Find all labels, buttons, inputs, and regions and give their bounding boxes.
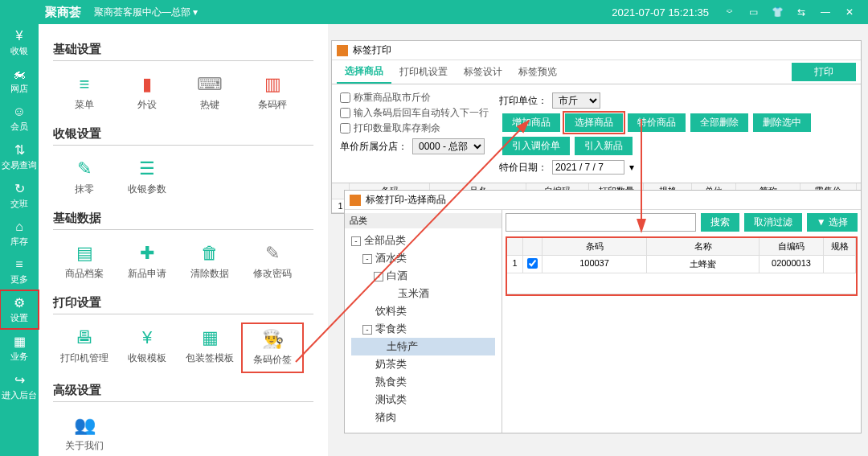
- select-product-window: 标签打印-选择商品 品类 -全部品类-酒水类-白酒玉米酒饮料类-零食类土特产奶茶…: [344, 190, 862, 433]
- sidebar-item-收银[interactable]: ¥收银: [0, 24, 39, 62]
- settings-item-抹零[interactable]: ✎抹零: [53, 154, 116, 201]
- tree-node-白酒[interactable]: -白酒: [351, 267, 495, 285]
- settings-item-热键[interactable]: ⌨热键: [178, 69, 241, 117]
- date-label: 特价日期：: [499, 161, 547, 175]
- tree-toggle-icon[interactable]: -: [362, 325, 372, 335]
- tree-node-酒水类[interactable]: -酒水类: [351, 249, 495, 267]
- settings-item-打印机管理[interactable]: 🖶打印机管理: [53, 322, 116, 373]
- cancel-filter-button[interactable]: 取消过滤: [744, 213, 802, 232]
- btn-增加商品[interactable]: 增加商品: [502, 113, 560, 132]
- search-input[interactable]: [506, 213, 696, 232]
- sidebar-icon: 🏍: [0, 67, 39, 81]
- sync-icon[interactable]: ⇆: [792, 6, 810, 18]
- close-icon[interactable]: ✕: [841, 6, 858, 18]
- tree-header: 品类: [345, 213, 502, 228]
- col-name: 名称: [647, 238, 760, 256]
- tab-打印机设置[interactable]: 打印机设置: [391, 61, 456, 83]
- settings-item-修改密码[interactable]: ✎修改密码: [241, 238, 304, 286]
- select-button[interactable]: ▼ 选择: [807, 213, 858, 232]
- center-selector[interactable]: 聚商荟客服中心—总部 ▾: [94, 6, 198, 19]
- tree-node-全部品类[interactable]: -全部品类: [351, 232, 495, 249]
- settings-item-菜单[interactable]: ≡菜单: [53, 69, 116, 117]
- tree-toggle-icon[interactable]: -: [362, 254, 372, 264]
- section-title: 打印设置: [53, 295, 313, 310]
- sidebar-icon: ≡: [0, 257, 39, 272]
- tree-node-零食类[interactable]: -零食类: [351, 320, 495, 338]
- window-icon: [337, 45, 348, 56]
- label-print-window: 标签打印 选择商品打印机设置标签设计标签预览打印 称重商品取市斤价 输入条码后回…: [331, 40, 862, 214]
- sidebar-item-会员[interactable]: ☺会员: [0, 100, 39, 138]
- sidebar-label: 交班: [10, 199, 28, 208]
- tree-node-猪肉[interactable]: 猪肉: [351, 409, 495, 426]
- tree-node-熟食类[interactable]: 熟食类: [351, 373, 495, 391]
- sidebar-item-交班[interactable]: ↻交班: [0, 176, 39, 215]
- settings-icon: ▥: [241, 74, 304, 95]
- print-button[interactable]: 打印: [792, 63, 856, 81]
- sidebar-item-交易查询[interactable]: ⇅交易查询: [0, 138, 39, 176]
- settings-label: 菜单: [75, 99, 94, 110]
- settings-item-外设[interactable]: ▮外设: [116, 69, 178, 117]
- tab-标签预览[interactable]: 标签预览: [510, 61, 565, 83]
- sidebar-item-业务[interactable]: ▦业务: [0, 329, 39, 368]
- chk-auto-next[interactable]: 输入条码后回车自动转入下一行: [340, 106, 499, 120]
- settings-item-收银模板[interactable]: ¥收银模板: [116, 322, 178, 373]
- branch-select[interactable]: 0000 - 总部: [412, 138, 485, 154]
- tree-toggle-icon[interactable]: -: [374, 272, 383, 281]
- search-button[interactable]: 搜索: [701, 213, 739, 232]
- row-checkbox[interactable]: [527, 258, 538, 269]
- sidebar-item-库存[interactable]: ⌂库存: [0, 215, 39, 253]
- date-input[interactable]: [552, 160, 624, 175]
- shirt-icon[interactable]: 👕: [768, 6, 786, 18]
- sidebar-item-设置[interactable]: ⚙设置: [0, 290, 39, 329]
- sidebar-icon: ▦: [0, 334, 39, 349]
- tree-node-玉米酒[interactable]: 玉米酒: [351, 285, 495, 302]
- sidebar-label: 业务: [10, 351, 28, 361]
- settings-item-清除数据[interactable]: 🗑清除数据: [178, 238, 241, 286]
- settings-item-商品档案[interactable]: ▤商品档案: [53, 238, 116, 286]
- tab-选择商品[interactable]: 选择商品: [337, 60, 391, 84]
- tab-标签设计[interactable]: 标签设计: [456, 61, 510, 83]
- settings-item-条码秤[interactable]: ▥条码秤: [241, 69, 304, 117]
- sidebar-icon: ⌂: [0, 220, 39, 234]
- message-icon[interactable]: ▭: [744, 6, 762, 18]
- settings-item-包装签模板[interactable]: ▦包装签模板: [178, 322, 241, 373]
- settings-item-关于我们[interactable]: 👥关于我们: [53, 410, 116, 456]
- category-tree: -全部品类-酒水类-白酒玉米酒饮料类-零食类土特产奶茶类熟食类测试类猪肉: [345, 228, 502, 429]
- settings-icon: ▮: [116, 74, 178, 95]
- btn-删除选中[interactable]: 删除选中: [753, 113, 811, 132]
- btn-引入调价单[interactable]: 引入调价单: [502, 137, 570, 155]
- section-title: 基础数据: [53, 211, 313, 226]
- tree-node-土特产[interactable]: 土特产: [351, 338, 495, 355]
- col-spec: 规格: [824, 238, 856, 256]
- wifi-icon[interactable]: ⌔: [720, 6, 738, 18]
- chk-stock-qty[interactable]: 打印数量取库存剩余: [340, 121, 499, 135]
- minimize-icon[interactable]: —: [817, 6, 834, 18]
- unit-select[interactable]: 市斤: [552, 92, 600, 109]
- btn-全部删除[interactable]: 全部删除: [690, 113, 748, 132]
- settings-icon: ¥: [116, 327, 178, 348]
- tree-node-饮料类[interactable]: 饮料类: [351, 302, 495, 320]
- btn-选择商品[interactable]: 选择商品: [565, 113, 623, 132]
- tree-node-奶茶类[interactable]: 奶茶类: [351, 355, 495, 373]
- sidebar-label: 交易查询: [2, 160, 37, 170]
- settings-label: 条码秤: [258, 99, 287, 110]
- sidebar-item-更多[interactable]: ≡更多: [0, 253, 39, 290]
- settings-item-新品申请[interactable]: ✚新品申请: [116, 238, 178, 286]
- settings-label: 收银模板: [128, 352, 166, 364]
- col-code: 自编码: [760, 238, 824, 256]
- table-row[interactable]: 1 100037 土蜂蜜 02000013: [507, 256, 856, 273]
- tree-node-测试类[interactable]: 测试类: [351, 391, 495, 409]
- settings-item-条码价签[interactable]: 👨‍🍳条码价签: [241, 322, 304, 373]
- btn-引入新品[interactable]: 引入新品: [575, 137, 633, 155]
- sidebar-item-网店[interactable]: 🏍网店: [0, 62, 39, 100]
- chk-market-price[interactable]: 称重商品取市斤价: [340, 91, 499, 105]
- settings-item-收银参数[interactable]: ☰收银参数: [116, 154, 178, 201]
- tree-toggle-icon[interactable]: -: [351, 236, 361, 246]
- sidebar-item-进入后台[interactable]: ↪进入后台: [0, 368, 39, 406]
- sidebar-icon: ⇅: [0, 142, 39, 158]
- app-logo: 聚商荟: [6, 5, 81, 20]
- window-title-bar: 标签打印-选择商品: [345, 191, 861, 210]
- btn-特价商品[interactable]: 特价商品: [628, 113, 686, 132]
- branch-label: 单价所属分店：: [340, 140, 407, 154]
- sidebar-icon: ↻: [0, 181, 39, 196]
